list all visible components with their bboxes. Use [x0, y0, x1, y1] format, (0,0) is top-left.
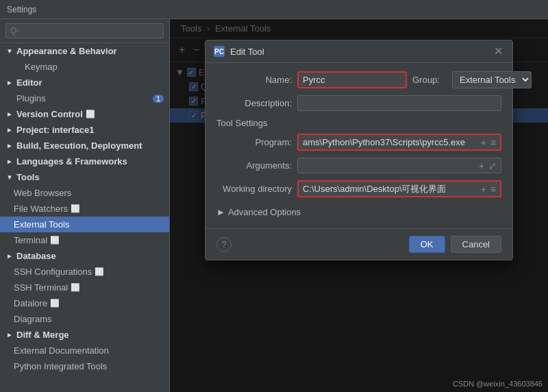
- sidebar-item-keymap[interactable]: Keymap: [0, 59, 169, 75]
- group-label: Group:: [412, 75, 447, 85]
- arrow-icon: ▼: [5, 47, 14, 55]
- sidebar-item-editor[interactable]: ► Editor: [0, 75, 169, 90]
- content-area: Tools › External Tools + − ✎ ▲ ▼ ⎘ ▼ ✓ E…: [170, 19, 548, 392]
- arrow-icon: ►: [5, 79, 14, 86]
- arguments-expand-btn[interactable]: ⤢: [487, 160, 498, 171]
- search-input[interactable]: [5, 23, 164, 38]
- plugins-badge: 1: [153, 95, 164, 103]
- sidebar-item-label: External Tools: [14, 219, 69, 230]
- ssh-icon: ⬜: [95, 267, 104, 276]
- arguments-label: Arguments:: [216, 160, 292, 171]
- arguments-input[interactable]: [298, 158, 475, 173]
- arrow-icon: ►: [5, 142, 14, 149]
- sidebar-item-label: Datalore: [14, 298, 47, 308]
- sidebar: ▼ Appearance & Behavior Keymap ► Editor …: [0, 19, 170, 392]
- sidebar-item-plugins[interactable]: Plugins 1: [0, 90, 169, 106]
- modal-overlay: PC Edit Tool ✕ Name: Group: External Too…: [170, 19, 548, 392]
- sidebar-item-label: Appearance & Behavior: [16, 46, 117, 56]
- sidebar-item-label: Editor: [16, 77, 42, 88]
- modal-header: PC Edit Tool ✕: [206, 40, 512, 63]
- arrow-icon: ►: [5, 126, 14, 134]
- sidebar-item-label: External Documentation: [14, 345, 109, 356]
- sidebar-item-diff[interactable]: ► Diff & Merge: [0, 327, 169, 343]
- arrow-icon: ▼: [5, 173, 14, 181]
- sidebar-item-label: SSH Configurations: [14, 267, 92, 277]
- program-input[interactable]: [299, 135, 477, 149]
- sidebar-item-label: Tools: [16, 172, 40, 182]
- sidebar-item-database[interactable]: ► Database: [0, 248, 169, 264]
- workdir-input[interactable]: [299, 182, 477, 196]
- group-select-wrap: External Tools: [452, 71, 532, 88]
- program-label: Program:: [216, 137, 292, 147]
- sidebar-item-lang[interactable]: ► Languages & Frameworks: [0, 154, 169, 169]
- modal-close-button[interactable]: ✕: [493, 46, 504, 57]
- advanced-arrow-icon: ►: [216, 207, 225, 217]
- cancel-button[interactable]: Cancel: [451, 236, 501, 253]
- terminal-icon: ⬜: [50, 236, 60, 245]
- arrow-icon: ►: [5, 331, 14, 339]
- tool-settings-title: Tool Settings: [216, 118, 501, 128]
- arrow-icon: ►: [5, 158, 14, 165]
- sidebar-item-label: Version Control: [16, 109, 83, 119]
- program-side-buttons: + ≡: [477, 137, 500, 148]
- sidebar-item-label: Build, Execution, Deployment: [16, 140, 142, 151]
- footer-buttons: OK Cancel: [409, 236, 501, 253]
- workdir-menu-btn[interactable]: ≡: [489, 184, 497, 195]
- sidebar-item-python[interactable]: Python Integrated Tools: [0, 358, 169, 374]
- help-button[interactable]: ?: [216, 237, 232, 252]
- sidebar-item-filewatchers[interactable]: File Watchers ⬜: [0, 201, 169, 217]
- modal-footer: ? OK Cancel: [206, 228, 512, 260]
- workdir-label: Working directory: [216, 184, 292, 194]
- advanced-label: Advanced Options: [228, 207, 301, 217]
- title-label: Settings: [7, 5, 36, 14]
- sidebar-item-project[interactable]: ► Project: interface1: [0, 122, 169, 138]
- arrow-icon: ►: [5, 110, 14, 118]
- title-bar: Settings: [0, 0, 548, 19]
- sidebar-item-terminal[interactable]: Terminal ⬜: [0, 232, 169, 248]
- search-bar: [0, 19, 169, 43]
- ok-button[interactable]: OK: [409, 236, 445, 253]
- sidebar-item-ssh[interactable]: SSH Configurations ⬜: [0, 264, 169, 280]
- sidebar-item-vcs[interactable]: ► Version Control ⬜: [0, 106, 169, 122]
- sidebar-item-tools[interactable]: ▼ Tools: [0, 169, 169, 185]
- program-input-wrap: + ≡: [297, 134, 501, 151]
- sidebar-item-label: Diagrams: [14, 314, 52, 324]
- sidebar-item-label: Diff & Merge: [16, 330, 69, 340]
- sidebar-item-build[interactable]: ► Build, Execution, Deployment: [0, 138, 169, 154]
- sidebar-item-label: Languages & Frameworks: [16, 156, 127, 167]
- name-input[interactable]: [297, 71, 407, 88]
- name-label: Name:: [216, 75, 292, 85]
- sidebar-item-appearance[interactable]: ▼ Appearance & Behavior: [0, 43, 169, 59]
- sidebar-item-ssh-terminal[interactable]: SSH Terminal ⬜: [0, 280, 169, 295]
- sidebar-item-diagrams[interactable]: Diagrams: [0, 311, 169, 327]
- sidebar-item-label: Keymap: [25, 62, 58, 72]
- datalore-icon: ⬜: [50, 299, 60, 308]
- sidebar-item-extdocs[interactable]: External Documentation: [0, 343, 169, 358]
- modal-icon: PC: [214, 46, 225, 57]
- sidebar-item-label: Project: interface1: [16, 125, 94, 135]
- arguments-add-btn[interactable]: +: [477, 160, 486, 171]
- name-group-row: Name: Group: External Tools: [216, 71, 501, 88]
- program-menu-btn[interactable]: ≡: [489, 137, 497, 148]
- workdir-add-btn[interactable]: +: [480, 184, 488, 195]
- sidebar-item-externaltools[interactable]: External Tools: [0, 217, 169, 232]
- workdir-side-buttons: + ≡: [477, 184, 500, 195]
- sidebar-item-label: Plugins: [16, 93, 46, 103]
- sidebar-item-label: Python Integrated Tools: [14, 361, 107, 371]
- sidebar-item-label: SSH Terminal: [14, 282, 68, 293]
- sidebar-item-web[interactable]: Web Browsers: [0, 185, 169, 201]
- sidebar-item-label: Web Browsers: [14, 188, 71, 198]
- program-add-btn[interactable]: +: [480, 137, 488, 148]
- description-row: Description:: [216, 95, 501, 111]
- description-label: Description:: [216, 98, 292, 108]
- sidebar-item-label: Database: [16, 251, 56, 261]
- arguments-side-buttons: + ⤢: [475, 160, 501, 171]
- modal-title: Edit Tool: [230, 47, 487, 57]
- group-select[interactable]: External Tools: [452, 71, 532, 88]
- program-row: Program: + ≡: [216, 134, 501, 151]
- description-input[interactable]: [297, 95, 501, 111]
- advanced-section[interactable]: ► Advanced Options: [216, 204, 501, 220]
- vcs-icon: ⬜: [86, 110, 95, 119]
- sidebar-item-datalore[interactable]: Datalore ⬜: [0, 295, 169, 311]
- arguments-row: Arguments: + ⤢: [216, 158, 501, 173]
